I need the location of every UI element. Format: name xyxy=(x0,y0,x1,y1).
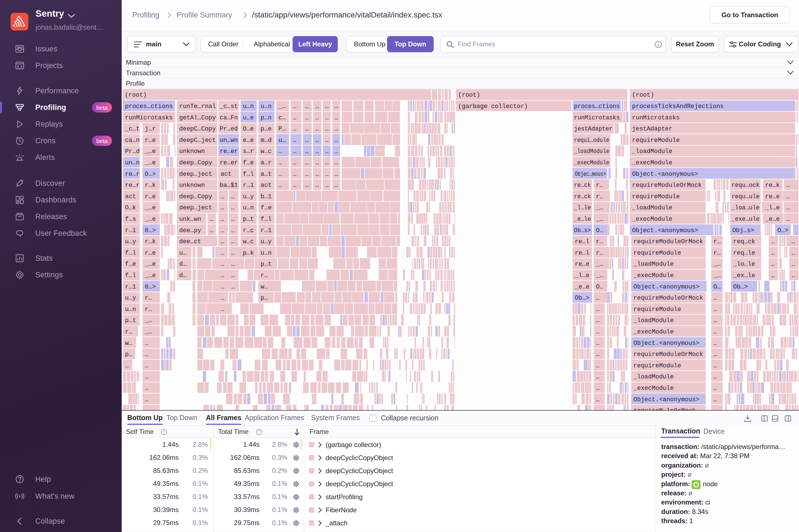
svg-text:f…l: f…l xyxy=(125,250,136,256)
svg-text:…: … xyxy=(792,238,795,245)
svg-text:r…: r… xyxy=(596,250,603,256)
svg-text:…: … xyxy=(792,261,795,268)
svg-text:…: … xyxy=(125,362,129,369)
svg-text:r…: r… xyxy=(145,306,152,313)
svg-text:_loa…ule: _loa…ule xyxy=(731,204,760,211)
svg-text:…: … xyxy=(221,227,224,234)
svg-text:…: … xyxy=(334,159,338,166)
svg-text:…: … xyxy=(315,103,319,110)
svg-text:…: … xyxy=(713,362,717,369)
svg-text:O…: O… xyxy=(596,227,603,234)
svg-text:u…n: u…n xyxy=(261,250,272,256)
svg-text:O…: O… xyxy=(713,284,721,290)
svg-text:w…c: w…c xyxy=(261,148,272,155)
svg-text:(garbage collector): (garbage collector) xyxy=(458,103,528,110)
svg-text:re…l: re…l xyxy=(575,238,590,245)
svg-text:…: … xyxy=(325,148,329,155)
svg-text:un…n: un…n xyxy=(125,159,140,166)
svg-text:Ob…>: Ob…> xyxy=(733,284,748,290)
svg-text:…: … xyxy=(210,216,213,223)
svg-text:_c…t: _c…t xyxy=(125,126,140,132)
svg-text:_execModule: _execModule xyxy=(632,216,672,223)
svg-text:runTe…rnal: runTe…rnal xyxy=(179,103,216,110)
svg-text:w…: w… xyxy=(261,284,268,290)
svg-text:_execModule: _execModule xyxy=(574,159,609,166)
svg-text:…: … xyxy=(305,103,309,110)
svg-text:deep…ject: deep…ject xyxy=(179,204,212,211)
svg-text:_lo…le: _lo…le xyxy=(733,261,755,268)
svg-text:r…1: r…1 xyxy=(243,182,254,189)
svg-text:…: … xyxy=(145,385,148,392)
svg-text:_…e: _…e xyxy=(145,148,156,155)
svg-text:runMicrotasks: runMicrotasks xyxy=(632,114,680,121)
svg-text:…: … xyxy=(221,306,224,313)
svg-text:…: … xyxy=(278,159,282,166)
svg-text:r…c: r…c xyxy=(243,227,254,234)
svg-text:u…y: u…y xyxy=(125,294,136,302)
svg-text:f…l: f…l xyxy=(125,272,136,279)
svg-text:_c…st: _c…st xyxy=(220,103,238,110)
svg-text:runMicrotasks: runMicrotasks xyxy=(125,114,173,121)
svg-text:_loadModule: _loadModule xyxy=(632,204,672,211)
svg-text:requ…ock: requ…ock xyxy=(731,182,760,189)
svg-text:_…: _… xyxy=(278,103,285,110)
svg-text:deep…ject: deep…ject xyxy=(179,171,212,178)
svg-text:re…er: re…er xyxy=(220,148,238,155)
svg-text:?: ? xyxy=(163,430,165,434)
svg-text:p…: p… xyxy=(125,351,132,358)
svg-text:…: … xyxy=(771,272,775,279)
svg-text:f…l: f…l xyxy=(243,171,254,178)
svg-text:…: … xyxy=(713,396,717,403)
svg-text:w…c: w…c xyxy=(243,238,254,245)
svg-text:…: … xyxy=(293,148,296,155)
svg-text:…: … xyxy=(771,250,775,256)
svg-text:r…: r… xyxy=(713,238,721,245)
svg-text:w…: w… xyxy=(125,340,132,347)
svg-text:Object.<anonymous>: Object.<anonymous> xyxy=(633,340,700,347)
svg-text:p…t: p…t xyxy=(261,261,272,268)
svg-text:req…ck: req…ck xyxy=(733,238,755,245)
svg-text:_…e: _…e xyxy=(145,216,156,223)
svg-text:deep…Copy: deep…Copy xyxy=(179,193,212,200)
svg-text:u…y: u…y xyxy=(125,238,136,245)
svg-text:requireModuleOrMock: requireModuleOrMock xyxy=(633,238,703,245)
svg-text:proces…ctions: proces…ctions xyxy=(574,103,620,110)
svg-text:…: … xyxy=(231,272,235,279)
svg-text:…: … xyxy=(315,137,319,144)
svg-text:…: … xyxy=(596,351,599,358)
svg-text:…: … xyxy=(786,193,790,200)
svg-text:…: … xyxy=(293,171,296,178)
svg-text:_…: _… xyxy=(713,272,721,279)
svg-text:Pr…ed: Pr…ed xyxy=(220,126,238,132)
svg-text:r…1: r…1 xyxy=(261,227,272,234)
svg-text:…: … xyxy=(596,407,599,410)
svg-text:…: … xyxy=(596,317,599,324)
svg-text:dee…py: dee…py xyxy=(179,227,201,234)
svg-text:requireModuleOrMock: requireModuleOrMock xyxy=(632,182,702,189)
svg-text:_loadModule: _loadModule xyxy=(633,261,674,268)
svg-text:…: … xyxy=(231,261,235,268)
svg-text:act: act xyxy=(221,171,232,178)
svg-text:…: … xyxy=(325,137,329,144)
svg-text:jestAdapter: jestAdapter xyxy=(632,126,672,132)
svg-text:_…: _… xyxy=(596,261,603,268)
svg-text:…: … xyxy=(231,227,235,234)
svg-text:…: … xyxy=(305,182,309,189)
svg-text:…: … xyxy=(305,159,309,166)
svg-text:ca…n: ca…n xyxy=(125,137,140,144)
svg-text:proces…ctions: proces…ctions xyxy=(125,103,173,110)
svg-text:…: … xyxy=(278,171,282,178)
svg-text:requireM…leOrMock: requireM…leOrMock xyxy=(633,407,696,410)
svg-text:p…t: p…t xyxy=(125,317,136,324)
svg-text:s…r: s…r xyxy=(243,148,254,155)
svg-text:getAl…Copy: getAl…Copy xyxy=(179,114,216,121)
svg-text:f…l: f…l xyxy=(261,216,272,223)
svg-text:(root): (root) xyxy=(125,92,147,99)
svg-text:…: … xyxy=(325,126,329,132)
svg-text:_ex…le: _ex…le xyxy=(733,272,755,279)
svg-text:(root): (root) xyxy=(632,92,654,99)
svg-text:…: … xyxy=(305,114,309,121)
svg-text:Object.<anonymous>: Object.<anonymous> xyxy=(633,396,700,403)
svg-text:P…: P… xyxy=(278,126,285,132)
svg-text:…: … xyxy=(325,159,329,166)
